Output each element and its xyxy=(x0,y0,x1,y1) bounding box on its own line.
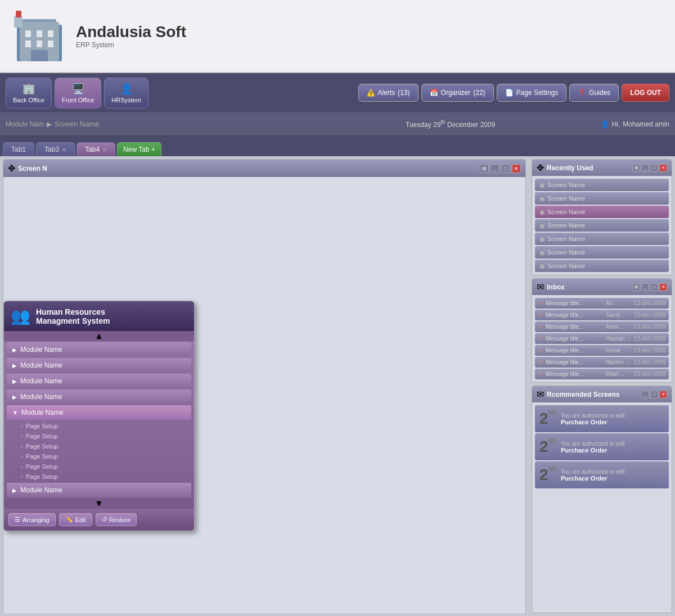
new-tab-button[interactable]: New Tab + xyxy=(117,142,161,156)
msg-title-5: Message title... xyxy=(546,359,603,365)
module-item-1[interactable]: ▶ Module Name xyxy=(7,358,191,373)
sub-item-2[interactable]: Page Setup xyxy=(18,441,194,451)
module-item-2[interactable]: ▶ Module Name xyxy=(7,374,191,388)
user-icon: 👤 xyxy=(601,120,609,128)
organizer-button[interactable]: 📅 Organizer (22) xyxy=(421,84,494,102)
panel-maximize-btn[interactable]: □ xyxy=(501,164,510,173)
module-item-4[interactable]: ▼ Module Name xyxy=(7,405,191,420)
recently-used-item-6[interactable]: ▣ Screen Name xyxy=(535,260,669,272)
sub-item-0[interactable]: Page Setup xyxy=(18,421,194,431)
tab4-label: Tab4 xyxy=(85,146,100,153)
recommended-close[interactable]: ✕ xyxy=(659,391,667,398)
msg-from-0: Ali ... xyxy=(606,300,631,306)
sub-item-1[interactable]: Page Setup xyxy=(18,431,194,441)
hr-system-label: HRSystem xyxy=(111,97,141,103)
recently-used-icon: ✥ xyxy=(537,162,544,173)
recently-used-item-5[interactable]: ▣ Screen Name xyxy=(535,246,669,259)
inbox-icon: ✉ xyxy=(537,282,544,292)
back-office-button[interactable]: 🏢 Back Office xyxy=(6,78,52,108)
rec-auth-2: You are authorized to edit xyxy=(561,469,664,475)
recently-used-item-4[interactable]: ▣ Screen Name xyxy=(535,233,669,245)
inbox-item-2[interactable]: ✉ Message title... Amin ... 13-dec-2009 xyxy=(535,321,669,332)
hr-system-button[interactable]: 👤 HRSystem xyxy=(104,78,148,108)
logout-label: LOG OUT xyxy=(630,89,661,97)
svg-rect-4 xyxy=(37,30,42,37)
module-item-5[interactable]: ▶ Module Name xyxy=(7,483,191,497)
recently-used-item-label-4: Screen Name xyxy=(547,235,585,242)
panel-close-btn[interactable]: ✕ xyxy=(512,164,521,173)
inbox-item-3[interactable]: ✉ Message title... Hassan ... 13-dec-200… xyxy=(535,333,669,344)
screen-icon-5: ▣ xyxy=(539,250,544,256)
rec-item-2[interactable]: 2ND You are authorized to edit Purchace … xyxy=(535,461,669,488)
recently-used-item-label-0: Screen Name xyxy=(547,182,585,188)
screen-panel-header: ✥ Screen N ⊞ _ □ ✕ xyxy=(3,160,525,177)
rec-suffix-2: ND xyxy=(548,466,556,472)
sub-item-4[interactable]: Page Setup xyxy=(18,461,194,472)
inbox-item-6[interactable]: ✉ Message title... Wael ... 13-dec-2009 xyxy=(535,369,669,379)
recommended-minimize[interactable]: _ xyxy=(641,391,649,398)
arranging-button[interactable]: ☰ Arranging xyxy=(8,513,56,526)
date-display: Tuesday 29th December 2009 xyxy=(303,119,598,129)
module-item-0[interactable]: ▶ Module Name xyxy=(7,342,191,357)
rec-text-0: You are authorized to edit Purchace Orde… xyxy=(561,413,664,425)
svg-rect-8 xyxy=(48,40,53,47)
organizer-count: (22) xyxy=(473,89,485,97)
msg-icon-3: ✉ xyxy=(538,336,543,342)
dropdown-footer: ☰ Arranging ✏️ Edit ↺ Restore xyxy=(4,509,194,531)
recently-used-item-1[interactable]: ▣ Screen Name xyxy=(535,192,669,205)
screen-icon-4: ▣ xyxy=(539,236,544,242)
guides-button[interactable]: ❓ Guides xyxy=(569,84,619,102)
app-title-block: Andalusia Soft ERP System xyxy=(76,23,186,49)
recently-used-item-3[interactable]: ▣ Screen Name xyxy=(535,219,669,232)
recommended-maximize[interactable]: □ xyxy=(650,391,658,398)
inbox-controls: ⊞ _ □ ✕ xyxy=(632,283,667,291)
msg-icon-6: ✉ xyxy=(538,371,543,377)
recommended-icon: ✉ xyxy=(537,389,544,400)
inbox-close[interactable]: ✕ xyxy=(659,283,667,291)
inbox-maximize[interactable]: □ xyxy=(650,283,658,291)
screen-icon-6: ▣ xyxy=(539,263,544,269)
tab-tab1[interactable]: Tab1 xyxy=(3,142,34,156)
date-text: Tuesday 29th December 2009 xyxy=(406,121,495,129)
inbox-item-0[interactable]: ✉ Message title... Ali ... 13-dec-2009 xyxy=(535,298,669,309)
sub-item-5[interactable]: Page Setup xyxy=(18,472,194,482)
recently-used-resize[interactable]: ⊞ xyxy=(632,164,640,172)
recently-used-item-0[interactable]: ▣ Screen Name xyxy=(535,179,669,191)
back-office-label: Back Office xyxy=(13,97,44,103)
msg-from-2: Amin ... xyxy=(606,324,631,330)
restore-button[interactable]: ↺ Restore xyxy=(96,513,137,526)
inbox-item-1[interactable]: ✉ Message title... Samir... 13-dec-2009 xyxy=(535,310,669,320)
rec-item-1[interactable]: 2ND You are authorized to edit Purchace … xyxy=(535,433,669,460)
logout-button[interactable]: LOG OUT xyxy=(622,84,669,102)
dropdown-scroll-up[interactable]: ▲ xyxy=(4,331,194,341)
sub-item-3[interactable]: Page Setup xyxy=(18,451,194,461)
tab4-close[interactable]: ✕ xyxy=(102,147,107,153)
alerts-count: (13) xyxy=(398,89,410,97)
recently-used-item-label-6: Screen Name xyxy=(547,262,585,269)
recently-used-item-2[interactable]: ▣ Screen Name xyxy=(535,206,669,218)
edit-button[interactable]: ✏️ Edit xyxy=(59,513,92,526)
alerts-button[interactable]: ⚠️ Alerts (13) xyxy=(358,84,418,102)
msg-title-1: Message title... xyxy=(546,312,603,318)
tab-tab3[interactable]: Tab3 ✕ xyxy=(36,142,75,156)
front-office-button[interactable]: 🖥️ Front Office xyxy=(55,78,101,108)
recently-used-maximize[interactable]: □ xyxy=(650,164,658,172)
panel-resize-btn[interactable]: ⊞ xyxy=(480,164,489,173)
rec-item-0[interactable]: 2ND You are authorized to edit Purchace … xyxy=(535,405,669,432)
recently-used-minimize[interactable]: _ xyxy=(641,164,649,172)
inbox-resize[interactable]: ⊞ xyxy=(632,283,640,291)
inbox-item-5[interactable]: ✉ Message title... Hazem ... 13-dec-2009 xyxy=(535,357,669,368)
inbox-item-4[interactable]: ✉ Message title... Ismail ... 13-dec-200… xyxy=(535,345,669,356)
inbox-minimize[interactable]: _ xyxy=(641,283,649,291)
edit-icon: ✏️ xyxy=(65,516,73,523)
page-settings-button[interactable]: 📄 Page Settings xyxy=(497,84,567,102)
module-arrow-1: ▶ xyxy=(12,363,17,369)
dropdown-header: 👥 Human ResourcesManagment System xyxy=(4,301,194,331)
tab3-close[interactable]: ✕ xyxy=(62,147,66,153)
inbox-widget: ✉ Inbox ⊞ _ □ ✕ ✉ Message title... Ali .… xyxy=(532,278,672,383)
dropdown-scroll-down[interactable]: ▼ xyxy=(4,499,194,509)
tab-tab4[interactable]: Tab4 ✕ xyxy=(76,142,115,156)
recently-used-close[interactable]: ✕ xyxy=(659,164,667,172)
module-item-3[interactable]: ▶ Module Name xyxy=(7,389,191,404)
panel-minimize-btn[interactable]: _ xyxy=(490,164,500,173)
